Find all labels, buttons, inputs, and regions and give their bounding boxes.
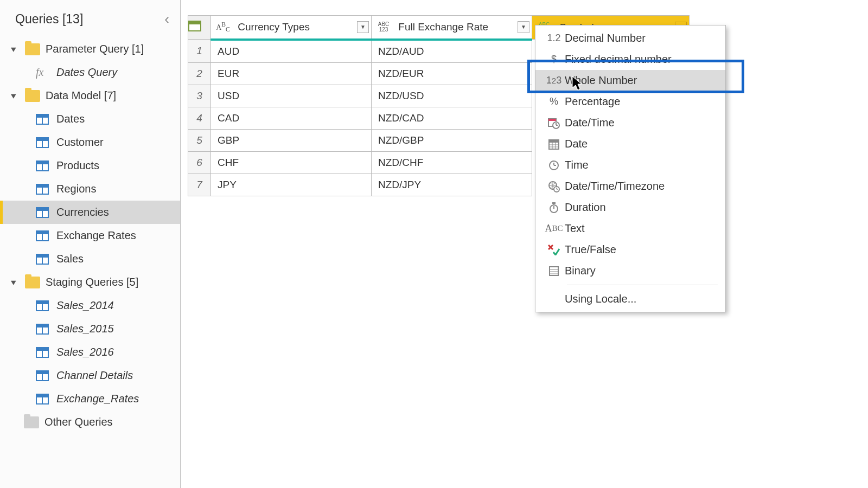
table-icon [36,300,49,311]
tree-item-label: Regions [56,183,96,195]
tree-group-label: Data Model [7] [46,89,116,102]
menu-item-using-locale[interactable]: Using Locale... [535,288,725,310]
svg-rect-22 [550,267,558,275]
tree-item-products[interactable]: Products [0,154,180,177]
cell[interactable]: NZD/CHF [372,151,532,174]
tree-item-label: Products [56,159,99,172]
table-corner[interactable] [188,16,211,40]
menu-item-datetime[interactable]: Date/Time [535,112,725,133]
tree-item-exchange-rates-staging[interactable]: Exchange_Rates [0,387,180,410]
tree-item-dates-query[interactable]: fx Dates Query [0,61,180,84]
cell[interactable]: GBP [211,129,372,151]
tree-item-sales-2015[interactable]: Sales_2015 [0,317,180,341]
row-number: 2 [188,62,211,85]
folder-icon [25,43,40,55]
fx-icon: fx [36,66,49,79]
menu-item-binary[interactable]: Binary [535,260,725,281]
chevron-down-icon: ▾ [11,91,23,101]
tree-item-sales-2016[interactable]: Sales_2016 [0,341,180,364]
cell[interactable]: NZD/GBP [372,129,532,151]
menu-item-decimal-number[interactable]: 1.2 Decimal Number [535,28,725,49]
menu-item-text[interactable]: ABC Text [535,218,725,239]
menu-item-date[interactable]: Date [535,133,725,155]
cell[interactable]: NZD/EUR [372,62,532,85]
tree-group-other-queries[interactable]: Other Queries [0,410,180,434]
tree-group-parameter-query[interactable]: ▾ Parameter Query [1] [0,37,180,61]
table-icon [36,114,49,125]
menu-item-duration[interactable]: Duration [535,197,725,218]
column-header-full-exchange-rate[interactable]: ABC123 Full Exchange Rate ▼ [372,16,532,40]
tree-item-sales[interactable]: Sales [0,247,180,271]
tree-group-data-model[interactable]: ▾ Data Model [7] [0,84,180,107]
menu-item-datetime-timezone[interactable]: Date/Time/Timezone [535,176,725,197]
tree-item-label: Currencies [56,206,109,219]
menu-item-whole-number[interactable]: 123 Whole Number [535,70,725,91]
svg-rect-6 [549,140,559,143]
menu-label: Using Locale... [565,293,718,305]
column-label: Full Exchange Rate [396,21,488,33]
cell[interactable]: JPY [211,174,372,196]
percent-icon: % [543,96,565,107]
row-number: 7 [188,174,211,196]
cell[interactable]: AUD [211,40,372,63]
cell[interactable]: NZD/USD [372,85,532,107]
cell[interactable]: EUR [211,62,372,85]
tree-group-label: Staging Queries [5] [46,276,138,288]
menu-item-true-false[interactable]: True/False [535,239,725,260]
any-type-icon[interactable]: ABC123 [374,22,393,33]
queries-tree: ▾ Parameter Query [1] fx Dates Query ▾ D… [0,37,180,434]
tree-item-currencies[interactable]: Currencies [0,201,180,224]
table-icon [36,230,49,241]
row-number: 4 [188,107,211,129]
menu-label: Date [565,138,718,150]
stopwatch-icon [543,202,565,214]
cell[interactable]: NZD/CAD [372,107,532,129]
tree-item-channel-details[interactable]: Channel Details [0,364,180,387]
table-icon [36,324,49,335]
svg-rect-20 [552,202,556,204]
cell[interactable]: NZD/AUD [372,40,532,63]
cell[interactable]: USD [211,85,372,107]
column-header-currency-types[interactable]: ABC Currency Types ▼ [211,16,372,40]
whole-number-icon: 123 [543,75,565,86]
text-type-icon[interactable]: ABC [213,21,233,33]
menu-label: Binary [565,265,718,277]
tree-item-label: Sales_2016 [56,346,114,358]
app-root: Queries [13] ‹ ▾ Parameter Query [1] fx … [0,0,868,488]
cell[interactable]: CHF [211,151,372,174]
tree-group-staging-queries[interactable]: ▾ Staging Queries [5] [0,271,180,294]
tree-item-label: Sales_2015 [56,323,114,335]
menu-label: True/False [565,243,718,256]
tree-item-label: Customer [56,136,104,149]
data-type-menu: 1.2 Decimal Number $ Fixed decimal numbe… [535,25,726,312]
tree-item-label: Sales_2014 [56,299,114,312]
tree-item-label: Sales [56,253,84,265]
tree-item-exchange-rates[interactable]: Exchange Rates [0,224,180,247]
menu-item-percentage[interactable]: % Percentage [535,91,725,112]
menu-item-fixed-decimal[interactable]: $ Fixed decimal number [535,49,725,70]
tree-item-customer[interactable]: Customer [0,131,180,154]
menu-label: Percentage [565,95,718,108]
sidebar-title: Queries [13] [15,12,83,27]
table-icon [36,347,49,358]
binary-icon [543,266,565,277]
menu-item-time[interactable]: Time [535,155,725,176]
menu-label: Date/Time/Timezone [565,180,718,192]
column-label: Currency Types [235,21,310,33]
table-icon [36,137,49,148]
mouse-cursor-icon [572,76,583,91]
decimal-icon: 1.2 [543,33,565,44]
currency-icon: $ [543,54,565,65]
cell[interactable]: CAD [211,107,372,129]
table-icon [36,254,49,265]
tree-item-sales-2014[interactable]: Sales_2014 [0,294,180,317]
cell[interactable]: NZD/JPY [372,174,532,196]
menu-label: Text [565,222,718,235]
collapse-sidebar-button[interactable]: ‹ [164,11,169,28]
tree-item-label: Dates [56,113,85,125]
column-filter-dropdown[interactable]: ▼ [357,21,369,33]
column-filter-dropdown[interactable]: ▼ [518,21,529,33]
menu-label: Time [565,159,718,171]
tree-item-regions[interactable]: Regions [0,177,180,201]
tree-item-dates[interactable]: Dates [0,107,180,131]
